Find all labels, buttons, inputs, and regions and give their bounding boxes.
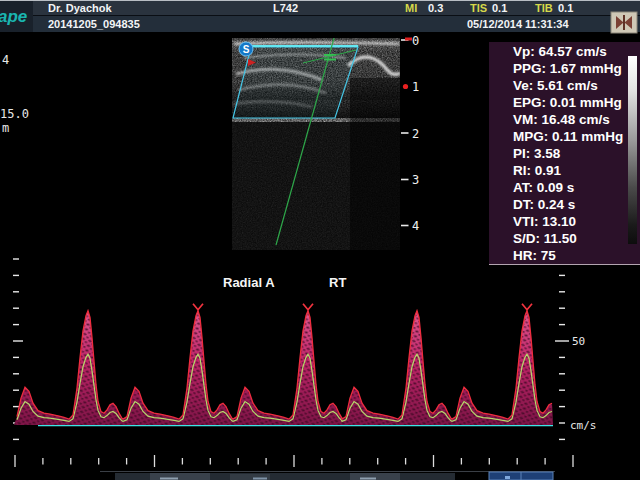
measurement-row: RI: 0.91 [513, 162, 640, 179]
exam-datetime: 05/12/2014 11:31:34 [467, 18, 569, 30]
peak-velocity-marker-icon [522, 304, 532, 310]
bottom-blue-buttons[interactable] [489, 472, 553, 480]
measurement-row: S/D: 11.50 [513, 230, 640, 247]
doctor-name: Dr. Dyachok [48, 2, 112, 14]
peak-velocity-marker-icon [193, 304, 203, 310]
bmode-image: S [232, 38, 400, 250]
acoustic-shadow [350, 78, 400, 250]
measurement-row: VTI: 13.10 [513, 213, 640, 230]
orientation-marker-letter: S [243, 44, 250, 55]
vessel-label: Radial A [223, 275, 275, 290]
velocity-unit-label: cm/s [570, 419, 597, 432]
depth-scale: 0 1 2 3 4 [401, 34, 419, 234]
mi-value: 0.3 [428, 2, 443, 14]
depth-label-0: 0 [412, 34, 419, 48]
vendor-logo: ape [0, 1, 34, 32]
vendor-logo-text: ape [0, 7, 27, 27]
side-label: RT [329, 275, 346, 290]
tis-label: TIS [470, 2, 487, 14]
velocity-scale-value: 50 [572, 335, 585, 348]
depth-label-4: 4 [412, 219, 419, 233]
header-row-1: Dr. Dyachok L742 MI 0.3 TIS 0.1 TIB 0.1 [33, 1, 640, 15]
depth-label-3: 3 [412, 173, 419, 187]
tib-value: 0.1 [558, 2, 573, 14]
measurement-row: PI: 3.58 [513, 145, 640, 162]
measurement-row: DT: 0.24 s [513, 196, 640, 213]
left-margin-fragment-1: 4 [2, 53, 9, 67]
time-axis-ticks [15, 455, 573, 467]
measurement-row: Ve: 5.61 cm/s [513, 77, 640, 94]
measurement-row: EPG: 0.01 mmHg [513, 94, 640, 111]
depth-label-1: 1 [412, 80, 419, 94]
header-row-2: 20141205_094835 05/12/2014 11:31:34 [33, 16, 640, 32]
depth-label-2: 2 [412, 127, 419, 141]
ultrasound-screen: ape Dr. Dyachok L742 MI 0.3 TIS 0.1 TIB … [0, 0, 640, 480]
measurement-row: PPG: 1.67 mmHg [513, 60, 640, 77]
exam-id: 20141205_094835 [48, 18, 140, 30]
measurement-row: Vp: 64.57 cm/s [513, 43, 640, 60]
left-margin-fragment-2: 15.0 [0, 107, 29, 121]
measurement-row: MPG: 0.11 mmHg [513, 128, 640, 145]
measurement-panel-rows: Vp: 64.57 cm/sPPG: 1.67 mmHgVe: 5.61 cm/… [513, 43, 640, 264]
bottom-strip [100, 472, 555, 480]
measurement-row: HR: 75 [513, 247, 640, 264]
measurement-row: AT: 0.09 s [513, 179, 640, 196]
header-bar: ape Dr. Dyachok L742 MI 0.3 TIS 0.1 TIB … [0, 0, 640, 34]
doppler-spectrum-trace [14, 304, 553, 425]
peak-velocity-marker-icon [303, 304, 313, 310]
probe-name: L742 [273, 2, 298, 14]
tis-value: 0.1 [492, 2, 507, 14]
thumbnail-logo-icon [610, 11, 640, 37]
measurement-row: VM: 16.48 cm/s [513, 111, 640, 128]
tib-label: TIB [535, 2, 553, 14]
focus-marker-icon [403, 84, 408, 89]
mi-label: MI [405, 2, 417, 14]
scale-top-marker-icon [405, 38, 412, 41]
left-margin-fragment-3: m [2, 121, 9, 135]
